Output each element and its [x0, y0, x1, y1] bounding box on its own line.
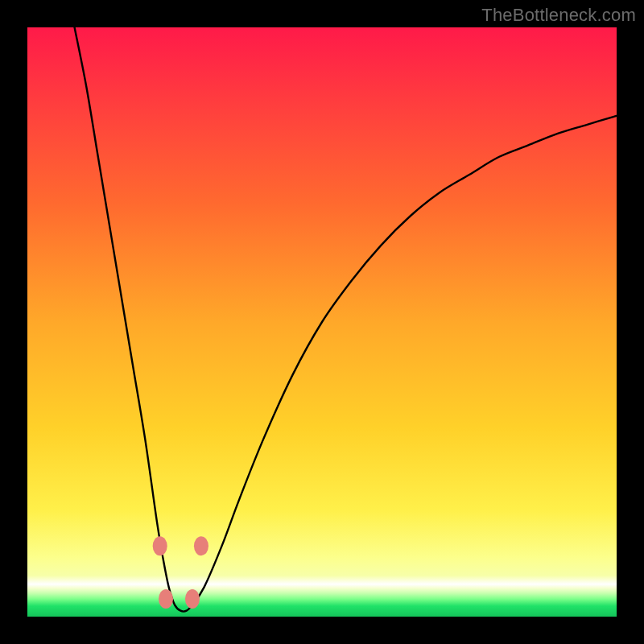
- curve-svg: [27, 27, 617, 617]
- marker-left-upper: [153, 536, 167, 555]
- curve-markers: [153, 536, 208, 609]
- marker-left-lower: [159, 589, 173, 609]
- plot-area: [27, 27, 617, 617]
- watermark-text: TheBottleneck.com: [481, 5, 636, 26]
- marker-right-upper: [194, 536, 208, 555]
- chart-frame: TheBottleneck.com: [0, 0, 644, 644]
- bottleneck-curve: [75, 27, 617, 612]
- marker-right-lower: [185, 589, 200, 609]
